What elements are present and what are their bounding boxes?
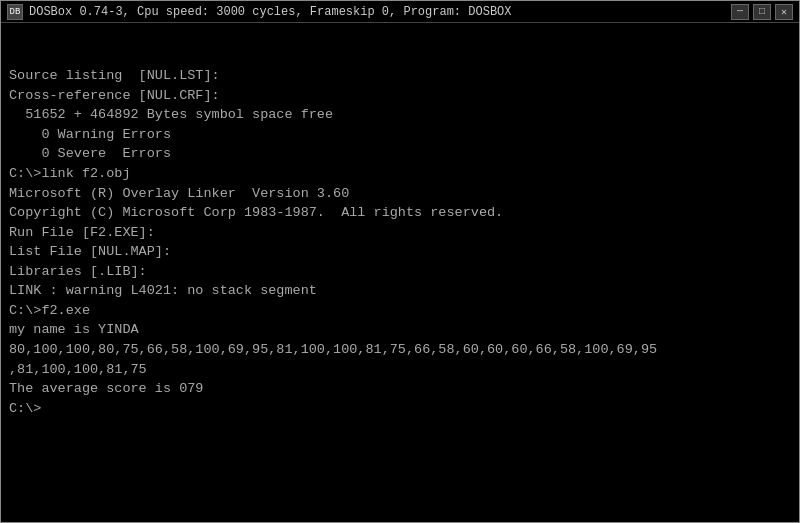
- terminal-line: Run File [F2.EXE]:: [9, 223, 791, 243]
- title-bar-controls: ─ □ ✕: [731, 4, 793, 20]
- minimize-button[interactable]: ─: [731, 4, 749, 20]
- dosbox-window: DB DOSBox 0.74-3, Cpu speed: 3000 cycles…: [0, 0, 800, 523]
- dosbox-icon: DB: [7, 4, 23, 20]
- maximize-button[interactable]: □: [753, 4, 771, 20]
- terminal-line: ,81,100,100,81,75: [9, 360, 791, 380]
- terminal-line: Cross-reference [NUL.CRF]:: [9, 86, 791, 106]
- icon-text: DB: [10, 7, 21, 17]
- terminal-line: List File [NUL.MAP]:: [9, 242, 791, 262]
- title-bar-left: DB DOSBox 0.74-3, Cpu speed: 3000 cycles…: [7, 4, 511, 20]
- terminal-line: 80,100,100,80,75,66,58,100,69,95,81,100,…: [9, 340, 791, 360]
- terminal-line: Libraries [.LIB]:: [9, 262, 791, 282]
- terminal-line: Copyright (C) Microsoft Corp 1983-1987. …: [9, 203, 791, 223]
- terminal-output: Source listing [NUL.LST]:Cross-reference…: [1, 23, 799, 522]
- terminal-line: C:\>link f2.obj: [9, 164, 791, 184]
- terminal-line: C:\>: [9, 399, 791, 419]
- terminal-line: my name is YINDA: [9, 320, 791, 340]
- terminal-line: 51652 + 464892 Bytes symbol space free: [9, 105, 791, 125]
- terminal-line: Source listing [NUL.LST]:: [9, 66, 791, 86]
- title-bar: DB DOSBox 0.74-3, Cpu speed: 3000 cycles…: [1, 1, 799, 23]
- terminal-line: 0 Severe Errors: [9, 144, 791, 164]
- terminal-line: Microsoft (R) Overlay Linker Version 3.6…: [9, 184, 791, 204]
- terminal-line: 0 Warning Errors: [9, 125, 791, 145]
- close-button[interactable]: ✕: [775, 4, 793, 20]
- terminal-line: LINK : warning L4021: no stack segment: [9, 281, 791, 301]
- title-text: DOSBox 0.74-3, Cpu speed: 3000 cycles, F…: [29, 5, 511, 19]
- terminal-line: C:\>f2.exe: [9, 301, 791, 321]
- terminal-line: The average score is 079: [9, 379, 791, 399]
